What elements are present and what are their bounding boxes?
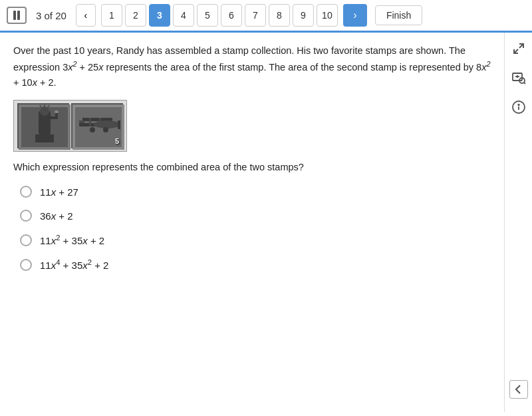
svg-point-31 (518, 104, 519, 106)
page-numbers: 1 2 3 4 5 6 7 8 9 10 (101, 4, 338, 27)
svg-rect-15 (89, 118, 91, 126)
pause-icon (13, 11, 20, 20)
pause-button[interactable] (7, 7, 27, 24)
radio-b[interactable] (20, 210, 32, 222)
svg-point-17 (94, 120, 120, 128)
stamps-box: 5 (13, 100, 127, 152)
math-expr-3: x2 (481, 62, 490, 73)
page-5[interactable]: 5 (197, 4, 218, 27)
page-1[interactable]: 1 (101, 4, 122, 27)
svg-rect-18 (118, 120, 120, 129)
question-counter: 3 of 20 (36, 10, 66, 21)
math-expr-1: x2 (68, 62, 76, 73)
svg-point-3 (40, 106, 49, 116)
svg-point-20 (90, 127, 95, 132)
choice-text-c: 11x2 + 35x + 2 (40, 234, 104, 246)
page-2[interactable]: 2 (125, 4, 146, 27)
next-button[interactable]: › (343, 4, 367, 27)
question-area: Over the past 10 years, Randy has assemb… (0, 33, 504, 412)
stamp-2: 5 (71, 103, 123, 148)
question-text: Over the past 10 years, Randy has assemb… (13, 43, 491, 91)
stamp-2-label: 5 (115, 137, 119, 145)
expand-icon[interactable] (509, 39, 528, 58)
main-content: Over the past 10 years, Randy has assemb… (0, 33, 532, 412)
top-bar: 3 of 20 ‹ 1 2 3 4 5 6 7 8 9 10 › Finish (0, 0, 532, 33)
math-expr-2: x (98, 62, 103, 73)
question-prompt: Which expression represents the combined… (13, 162, 491, 172)
choice-text-d: 11x4 + 35x2 + 2 (40, 258, 108, 271)
right-sidebar (504, 33, 532, 412)
choice-text-b: 36x + 2 (40, 210, 73, 222)
finish-button[interactable]: Finish (375, 5, 422, 25)
page-3[interactable]: 3 (149, 4, 170, 27)
svg-point-9 (55, 110, 59, 113)
answer-choice-d[interactable]: 11x4 + 35x2 + 2 (20, 258, 491, 271)
svg-rect-19 (79, 120, 84, 123)
stamp-1-image (19, 104, 70, 150)
info-icon[interactable] (509, 98, 528, 116)
answer-choice-c[interactable]: 11x2 + 35x + 2 (20, 234, 491, 246)
page-6[interactable]: 6 (221, 4, 242, 27)
prev-button[interactable]: ‹ (76, 4, 96, 27)
svg-rect-7 (48, 116, 56, 119)
page-7[interactable]: 7 (245, 4, 266, 27)
math-expr-4: x (33, 77, 37, 88)
answer-choice-a[interactable]: 11x + 27 (20, 186, 491, 198)
svg-line-26 (524, 83, 525, 84)
answer-choice-b[interactable]: 36x + 2 (20, 210, 491, 222)
svg-rect-8 (55, 112, 58, 119)
svg-rect-10 (35, 134, 54, 142)
radio-a[interactable] (20, 186, 32, 198)
page-10[interactable]: 10 (317, 4, 338, 27)
question-total: of 20 (45, 10, 66, 21)
page-8[interactable]: 8 (269, 4, 290, 27)
stamps-wrapper: 5 (13, 100, 491, 152)
svg-point-21 (103, 127, 108, 132)
page-9[interactable]: 9 (293, 4, 314, 27)
radio-c[interactable] (20, 234, 32, 246)
stamp-1 (17, 103, 69, 148)
radio-d[interactable] (20, 259, 32, 271)
question-number: 3 (36, 10, 45, 21)
page-4[interactable]: 4 (173, 4, 194, 27)
image-search-icon[interactable] (509, 69, 528, 87)
choice-text-a: 11x + 27 (40, 186, 78, 198)
collapse-icon[interactable] (509, 380, 528, 399)
answer-choices: 11x + 27 36x + 2 11x2 + 35x + 2 11x4 + 3… (13, 186, 491, 271)
